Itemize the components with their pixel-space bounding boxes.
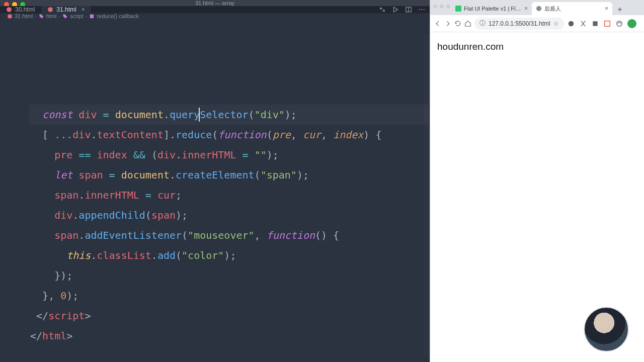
close-tab-icon[interactable]: × xyxy=(524,5,528,12)
compare-icon[interactable] xyxy=(379,6,386,13)
maximize-window-icon[interactable] xyxy=(446,5,450,9)
forward-button[interactable] xyxy=(444,20,451,28)
browser-toolbar: ⓘ 127.0.0.1:5500/31.html ☆ ⋮ xyxy=(430,15,644,32)
new-tab-button[interactable]: + xyxy=(614,4,625,15)
tab-label: 31.html xyxy=(56,6,76,13)
editor-tab-actions: ⋯ xyxy=(379,6,426,13)
editor-tab-bar: 30.html 31.html × ⋯ xyxy=(0,6,430,13)
browser-tab-strip: Flat UI Palette v1 | Flat UI C × 后盾人 × + xyxy=(430,0,644,15)
run-icon[interactable] xyxy=(392,6,399,13)
extension-icon[interactable] xyxy=(567,20,575,28)
extension-row: ⋮ xyxy=(567,19,644,28)
text-cursor xyxy=(199,108,200,122)
editor-window: 31.html — array 30.html 31.html × ⋯ 31.h… xyxy=(0,0,430,362)
chevron-right-icon: › xyxy=(59,13,61,19)
presenter-avatar xyxy=(584,307,629,352)
window-title: 31.html — array xyxy=(0,0,430,6)
breadcrumb[interactable]: 31.html › html › script › reduce() callb… xyxy=(0,13,430,19)
svg-rect-2 xyxy=(90,14,94,18)
tab-title: Flat UI Palette v1 | Flat UI C xyxy=(464,6,522,12)
mac-titlebar: 31.html — array xyxy=(0,0,430,6)
html-file-icon xyxy=(7,14,13,19)
favicon-icon xyxy=(536,6,542,12)
site-info-icon[interactable]: ⓘ xyxy=(479,19,486,28)
chevron-right-icon: › xyxy=(35,13,37,19)
extension-icon[interactable] xyxy=(603,20,611,28)
minimize-window-icon[interactable] xyxy=(440,5,444,9)
editor-tab-inactive[interactable]: 30.html xyxy=(0,6,41,13)
favicon-icon xyxy=(455,6,461,12)
reload-button[interactable] xyxy=(454,20,461,28)
page-heading: houdunren.com xyxy=(437,41,637,52)
svg-rect-6 xyxy=(593,21,597,26)
browser-tab-active[interactable]: 后盾人 × xyxy=(532,2,612,15)
extension-icon[interactable] xyxy=(591,20,599,28)
chevron-right-icon: › xyxy=(85,13,87,19)
close-tab-icon[interactable]: × xyxy=(82,6,85,13)
breadcrumb-segment[interactable]: html xyxy=(46,13,57,19)
svg-point-4 xyxy=(536,6,541,11)
tab-title: 后盾人 xyxy=(544,5,561,13)
more-icon[interactable]: ⋯ xyxy=(418,6,426,14)
svg-point-5 xyxy=(568,21,574,26)
split-editor-icon[interactable] xyxy=(405,6,412,13)
breadcrumb-segment[interactable]: script xyxy=(70,13,83,19)
bookmark-icon[interactable]: ☆ xyxy=(553,20,559,27)
minimap[interactable] xyxy=(424,34,430,356)
browser-tab-inactive[interactable]: Flat UI Palette v1 | Flat UI C × xyxy=(451,2,532,15)
method-icon xyxy=(89,14,95,19)
svg-point-8 xyxy=(616,21,622,26)
url-text: 127.0.0.1:5500/31.html xyxy=(489,20,550,27)
address-bar[interactable]: ⓘ 127.0.0.1:5500/31.html ☆ xyxy=(474,18,564,30)
html-file-icon xyxy=(47,7,53,13)
svg-rect-7 xyxy=(604,21,610,26)
tag-icon xyxy=(39,14,44,19)
svg-rect-3 xyxy=(455,6,461,12)
breadcrumb-file[interactable]: 31.html xyxy=(15,13,33,19)
profile-avatar[interactable] xyxy=(627,19,636,28)
close-window-icon[interactable] xyxy=(433,5,437,9)
menu-icon[interactable]: ⋮ xyxy=(640,20,644,28)
html-file-icon xyxy=(6,7,12,13)
editor-tab-active[interactable]: 31.html × xyxy=(41,6,91,13)
current-line-highlight xyxy=(29,105,429,125)
tag-icon xyxy=(62,14,68,19)
close-tab-icon[interactable]: × xyxy=(605,5,608,12)
tab-label: 30.html xyxy=(15,6,35,13)
extension-icon[interactable] xyxy=(579,20,587,28)
home-button[interactable] xyxy=(464,20,471,28)
back-button[interactable] xyxy=(434,20,441,28)
code-editor[interactable]: const div = document.querySelector("div"… xyxy=(0,19,430,362)
breadcrumb-segment[interactable]: reduce() callback xyxy=(97,13,139,19)
extension-icon[interactable] xyxy=(615,20,623,28)
browser-traffic-lights[interactable] xyxy=(433,5,450,9)
